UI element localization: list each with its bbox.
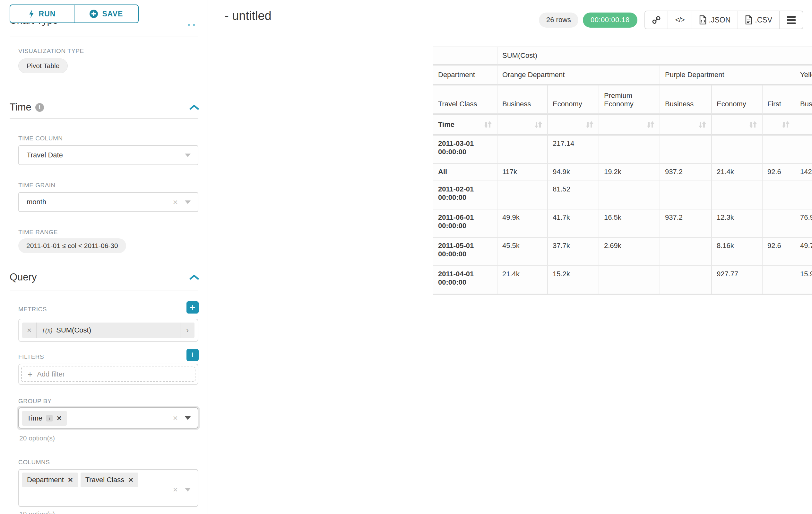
group-by-select[interactable]: Timei✕ × (18, 407, 198, 429)
value-cell: 21.4k (497, 266, 548, 294)
value-cell: 37.7k (548, 238, 599, 266)
columns-select[interactable]: Department✕Travel Class✕ × (18, 469, 198, 507)
chevron-down-icon (185, 416, 191, 420)
add-filter-button[interactable]: + Add filter (21, 367, 196, 382)
value-cell: 16.5k (599, 210, 660, 238)
chart-title[interactable]: - untitled (225, 9, 271, 23)
value-cell: 12.3k (712, 210, 762, 238)
export-json-button[interactable]: .JSON (692, 11, 738, 29)
export-csv-button[interactable]: .CSV (738, 11, 780, 29)
run-button[interactable]: RUN (10, 4, 74, 23)
section-divider (10, 290, 198, 290)
value-cell: 94.9k (548, 164, 599, 181)
sort-icon[interactable] (646, 120, 655, 130)
sort-icon[interactable] (749, 120, 757, 130)
clear-icon[interactable]: × (173, 413, 178, 423)
info-icon: i (35, 103, 44, 112)
column-header: Business (497, 85, 548, 115)
save-button[interactable]: SAVE (74, 4, 139, 23)
sortable-column-header[interactable] (660, 115, 712, 136)
add-metric-button[interactable]: + (186, 301, 199, 314)
remove-tag-icon[interactable]: ✕ (128, 476, 134, 484)
row-label-cell: 2011-05-01 00:00:00 (433, 238, 497, 266)
visualization-type-pill[interactable]: Pivot Table (18, 58, 68, 73)
dimension-tag[interactable]: Department✕ (22, 472, 78, 487)
remove-tag-icon[interactable]: ✕ (57, 414, 62, 422)
copy-link-button[interactable] (645, 11, 668, 29)
export-button-group: </> .JSON .CSV (644, 10, 803, 29)
expand-metric-chevron-icon[interactable]: › (180, 323, 195, 338)
result-toolbar: 26 rows 00:00:00.18 </> (539, 10, 803, 29)
value-cell: 76.9k (795, 210, 812, 238)
value-cell: 49.7k (795, 238, 812, 266)
section-divider (10, 37, 198, 37)
sort-icon[interactable] (698, 120, 706, 130)
clear-icon[interactable]: × (173, 485, 178, 495)
time-section-header[interactable]: Time i (10, 102, 44, 113)
clear-icon[interactable]: × (173, 197, 178, 207)
metrics-container: × ƒ(x) SUM(Cost) › (18, 319, 198, 342)
value-cell (599, 181, 660, 210)
value-cell (762, 266, 795, 294)
row-count-badge: 26 rows (539, 12, 578, 28)
value-cell: 937.2 (660, 164, 712, 181)
time-grain-select[interactable]: month × (18, 192, 198, 212)
time-range-pill[interactable]: 2011-01-01 ≤ col < 2011-06-30 (18, 238, 126, 253)
value-cell: 217.14 (548, 136, 599, 164)
section-divider (10, 118, 198, 119)
column-header: Economy (712, 85, 762, 115)
metrics-label: METRICS (18, 306, 47, 313)
collapse-time-chevron-icon[interactable] (190, 105, 199, 110)
dimension-tag[interactable]: Travel Class✕ (81, 472, 138, 487)
value-cell: 45.5k (497, 238, 548, 266)
row-label-cell: 2011-03-01 00:00:00 (433, 136, 497, 164)
remove-tag-icon[interactable]: ✕ (68, 476, 73, 484)
value-cell: 92.6 (762, 164, 795, 181)
collapse-query-chevron-icon[interactable] (190, 275, 199, 280)
query-section-header[interactable]: Query (10, 271, 37, 283)
sort-icon[interactable] (782, 120, 790, 130)
row-subdimension-header: Travel Class (433, 85, 497, 115)
plus-circle-icon (90, 10, 98, 18)
metric-header-cell: SUM(Cost) (497, 47, 812, 65)
sortable-column-header[interactable] (795, 115, 812, 136)
function-icon: ƒ(x) (42, 327, 52, 334)
control-panel-sidebar: Chart Type RUN SAVE VISUALIZATION TYPE P… (0, 0, 208, 514)
value-cell: 15.2k (548, 266, 599, 294)
columns-tags: Department✕Travel Class✕ (22, 472, 195, 487)
group-by-tags: Timei✕ (22, 411, 195, 426)
chart-area: - untitled 26 rows 00:00:00.18 </> (208, 0, 812, 514)
json-file-icon (699, 16, 706, 24)
column-group-header: Purple Department (660, 65, 795, 85)
value-cell (599, 266, 660, 294)
query-timer-badge: 00:00:00.18 (583, 12, 637, 28)
row-label-cell: All (433, 164, 497, 181)
filters-label: FILTERS (18, 353, 44, 360)
sort-icon[interactable] (534, 120, 543, 130)
embed-code-button[interactable]: </> (668, 11, 692, 29)
query-actions: RUN SAVE (10, 4, 139, 23)
sortable-column-header[interactable] (497, 115, 548, 136)
dimension-tag[interactable]: Timei✕ (22, 411, 67, 426)
sortable-column-header[interactable] (762, 115, 795, 136)
plus-icon: + (28, 370, 32, 379)
visualization-type-label: VISUALIZATION TYPE (18, 48, 84, 55)
value-cell (795, 181, 812, 210)
sort-icon[interactable] (585, 120, 594, 130)
time-sort-header[interactable]: Time (433, 115, 497, 136)
column-group-header: Yellow Department (795, 65, 812, 85)
sortable-column-header[interactable] (599, 115, 660, 136)
add-filter-plus-button[interactable]: + (186, 349, 199, 361)
metric-pill[interactable]: × ƒ(x) SUM(Cost) › (22, 323, 195, 338)
time-column-select[interactable]: Travel Date (18, 145, 198, 165)
chevron-up-icon (188, 24, 199, 26)
more-options-button[interactable] (780, 11, 803, 29)
remove-metric-icon[interactable]: × (22, 323, 37, 338)
sortable-column-header[interactable] (548, 115, 599, 136)
group-by-options-note: 20 option(s) (19, 434, 55, 442)
group-by-label: GROUP BY (18, 398, 52, 405)
sortable-column-header[interactable] (712, 115, 762, 136)
info-icon: i (46, 415, 53, 422)
sort-icon[interactable] (484, 120, 492, 130)
chevron-down-icon (185, 200, 191, 204)
